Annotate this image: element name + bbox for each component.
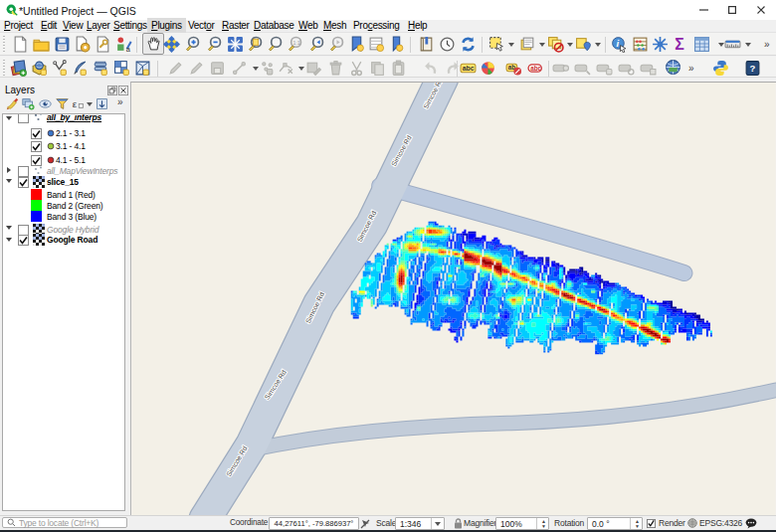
svg-text:1:1: 1:1: [292, 40, 299, 46]
svg-text:?: ?: [750, 63, 756, 74]
svg-text:ε: ε: [73, 98, 78, 109]
svg-text:abc: abc: [463, 65, 475, 72]
svg-text:i: i: [617, 38, 620, 49]
svg-text:abc: abc: [530, 65, 541, 72]
svg-text:Σ: Σ: [675, 36, 684, 53]
svg-text:a: a: [126, 45, 131, 53]
